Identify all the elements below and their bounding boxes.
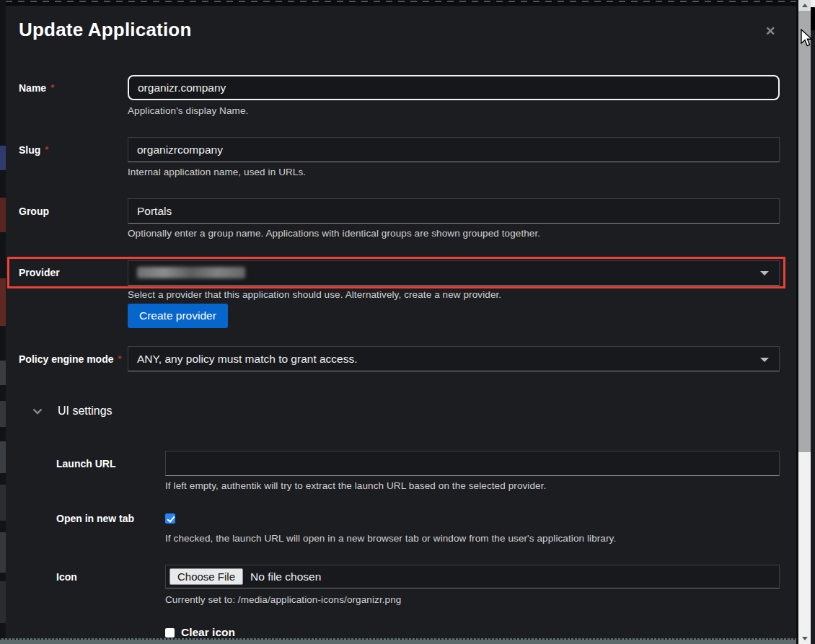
clear-icon-label: Clear icon	[181, 626, 235, 638]
icon-label-row: Icon	[56, 565, 165, 588]
provider-redacted-value	[137, 267, 245, 278]
group-label: Group	[19, 206, 49, 217]
ui-settings-section-toggle[interactable]: UI settings	[32, 402, 113, 420]
slug-label-wrap: Slug *	[19, 144, 128, 156]
name-help: Application's display Name.	[128, 105, 248, 116]
slug-help: Internal application name, used in URLs.	[128, 167, 306, 177]
update-application-modal: Update Application ✕ Name * Application'…	[6, 6, 796, 638]
open-new-tab-field-row: Open in new tab	[56, 513, 780, 524]
provider-help: Select a provider that this application …	[128, 289, 501, 300]
required-asterisk: *	[118, 353, 121, 364]
launch-url-help: If left empty, authentik will try to ext…	[165, 480, 546, 491]
ui-settings-header: UI settings	[58, 405, 113, 418]
scrollbar-thumb[interactable]	[798, 11, 811, 452]
group-label-wrap: Group	[19, 205, 128, 218]
backdrop-fragment	[0, 361, 6, 385]
launch-url-field-row: Launch URL	[56, 451, 780, 476]
open-new-tab-checkbox[interactable]	[165, 513, 175, 524]
open-new-tab-help: If checked, the launch URL will open in …	[165, 533, 616, 544]
name-input[interactable]	[128, 75, 780, 100]
backdrop-bottom-strip	[0, 638, 796, 644]
group-input[interactable]	[128, 198, 780, 224]
policy-mode-select[interactable]: ANY, any policy must match to grant acce…	[128, 346, 780, 371]
backdrop-fragment	[0, 441, 6, 473]
edge-block	[811, 7, 815, 30]
icon-help: Currently set to: /media/application-ico…	[165, 594, 401, 605]
chevron-down-icon	[760, 358, 769, 362]
slug-label: Slug	[19, 144, 40, 156]
group-help: Optionally enter a group name. Applicati…	[128, 228, 540, 239]
open-new-tab-label-wrap: Open in new tab	[56, 512, 165, 525]
backdrop-fragment	[0, 198, 6, 232]
icon-file-input[interactable]: Choose File No file chosen	[165, 565, 780, 588]
name-label-wrap: Name *	[19, 82, 128, 94]
triangle-up-icon	[802, 4, 808, 7]
clear-icon-checkbox[interactable]	[165, 628, 175, 638]
provider-label-wrap: Provider	[19, 266, 128, 279]
slug-input[interactable]	[128, 137, 780, 162]
icon-label: Icon	[56, 571, 77, 583]
policy-mode-field-row: Policy engine mode * ANY, any policy mus…	[19, 346, 780, 371]
window-right-edge	[811, 0, 815, 644]
backdrop-fragment	[0, 581, 6, 623]
policy-mode-value: ANY, any policy must match to grant acce…	[137, 353, 358, 366]
group-field-row: Group	[19, 198, 780, 224]
choose-file-button[interactable]: Choose File	[169, 568, 243, 585]
file-status-text: No file chosen	[250, 570, 321, 583]
backdrop-fragment	[0, 532, 6, 573]
chevron-down-icon	[760, 271, 769, 275]
chevron-down-icon	[32, 408, 43, 415]
launch-url-label: Launch URL	[56, 458, 115, 469]
scroll-down-button[interactable]	[798, 633, 811, 644]
scroll-up-button[interactable]	[798, 0, 811, 11]
page-title: Update Application	[19, 19, 192, 41]
name-label: Name	[19, 82, 46, 94]
required-asterisk: *	[45, 144, 48, 155]
policy-mode-label: Policy engine mode	[19, 353, 113, 365]
provider-field-row: Provider	[19, 260, 780, 286]
name-field-row: Name *	[19, 75, 780, 100]
backdrop-fragment	[0, 401, 6, 427]
modal-focus-dashes	[6, 0, 796, 6]
launch-url-input[interactable]	[165, 451, 780, 476]
policy-mode-label-wrap: Policy engine mode *	[19, 353, 128, 365]
create-provider-button[interactable]: Create provider	[128, 304, 228, 328]
vertical-scrollbar[interactable]	[798, 0, 811, 644]
slug-field-row: Slug *	[19, 137, 780, 162]
provider-select[interactable]	[128, 260, 780, 286]
backdrop-fragment	[0, 146, 6, 170]
required-asterisk: *	[50, 82, 54, 93]
launch-url-label-wrap: Launch URL	[56, 457, 165, 470]
edge-highlight	[811, 0, 815, 7]
provider-label: Provider	[19, 267, 60, 278]
clear-icon-row: Clear icon	[165, 627, 235, 638]
triangle-down-icon	[802, 637, 808, 640]
backdrop-fragment	[0, 485, 6, 521]
close-icon[interactable]: ✕	[762, 23, 779, 40]
open-new-tab-label: Open in new tab	[56, 513, 134, 524]
backdrop-fragment	[0, 278, 6, 326]
backdrop-page-edge	[0, 0, 6, 638]
